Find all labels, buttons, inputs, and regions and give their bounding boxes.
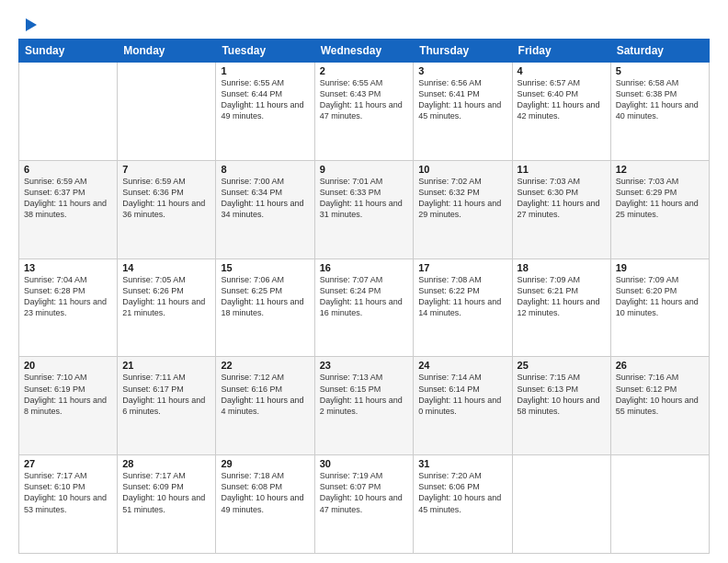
- day-number: 29: [221, 458, 309, 469]
- day-info: Sunrise: 7:09 AMSunset: 6:21 PMDaylight:…: [518, 274, 606, 319]
- day-info: Sunrise: 7:15 AMSunset: 6:13 PMDaylight:…: [518, 372, 606, 417]
- day-of-week-header: Thursday: [414, 40, 512, 63]
- calendar-cell: 15Sunrise: 7:06 AMSunset: 6:25 PMDayligh…: [216, 259, 314, 357]
- day-number: 22: [221, 360, 309, 371]
- day-number: 18: [518, 262, 606, 273]
- day-of-week-header: Tuesday: [216, 40, 314, 63]
- day-number: 24: [418, 360, 506, 371]
- day-of-week-header: Friday: [512, 40, 610, 63]
- day-info: Sunrise: 7:00 AMSunset: 6:34 PMDaylight:…: [221, 176, 309, 221]
- calendar-cell: 1Sunrise: 6:55 AMSunset: 6:44 PMDaylight…: [216, 63, 314, 161]
- day-info: Sunrise: 7:12 AMSunset: 6:16 PMDaylight:…: [221, 372, 309, 417]
- calendar-cell: 18Sunrise: 7:09 AMSunset: 6:21 PMDayligh…: [512, 259, 610, 357]
- calendar-cell: 2Sunrise: 6:55 AMSunset: 6:43 PMDaylight…: [314, 63, 414, 161]
- day-info: Sunrise: 6:57 AMSunset: 6:40 PMDaylight:…: [518, 77, 606, 122]
- svg-marker-0: [26, 18, 37, 31]
- day-number: 12: [616, 164, 704, 175]
- day-number: 7: [122, 164, 210, 175]
- day-number: 25: [518, 360, 606, 371]
- calendar-cell: 29Sunrise: 7:18 AMSunset: 6:08 PMDayligh…: [216, 455, 314, 554]
- day-info: Sunrise: 7:19 AMSunset: 6:07 PMDaylight:…: [320, 470, 409, 515]
- day-info: Sunrise: 7:01 AMSunset: 6:33 PMDaylight:…: [320, 176, 409, 221]
- day-info: Sunrise: 7:16 AMSunset: 6:12 PMDaylight:…: [616, 372, 704, 417]
- calendar-week-row: 6Sunrise: 6:59 AMSunset: 6:37 PMDaylight…: [19, 160, 710, 259]
- day-number: 6: [24, 164, 112, 175]
- calendar-cell: 7Sunrise: 6:59 AMSunset: 6:36 PMDaylight…: [118, 160, 216, 259]
- calendar-week-row: 13Sunrise: 7:04 AMSunset: 6:28 PMDayligh…: [19, 259, 710, 357]
- page-header: [18, 15, 710, 31]
- day-number: 2: [320, 65, 409, 76]
- logo: [18, 15, 40, 31]
- calendar-cell: 30Sunrise: 7:19 AMSunset: 6:07 PMDayligh…: [314, 455, 414, 554]
- day-info: Sunrise: 7:20 AMSunset: 6:06 PMDaylight:…: [418, 470, 506, 515]
- calendar-cell: 16Sunrise: 7:07 AMSunset: 6:24 PMDayligh…: [314, 259, 414, 357]
- day-number: 11: [518, 164, 606, 175]
- calendar-cell: 23Sunrise: 7:13 AMSunset: 6:15 PMDayligh…: [314, 357, 414, 455]
- calendar-week-row: 1Sunrise: 6:55 AMSunset: 6:44 PMDaylight…: [19, 63, 710, 161]
- day-number: 15: [221, 262, 309, 273]
- calendar-table: SundayMondayTuesdayWednesdayThursdayFrid…: [18, 39, 710, 554]
- calendar-cell: 6Sunrise: 6:59 AMSunset: 6:37 PMDaylight…: [19, 160, 118, 259]
- calendar-cell: 25Sunrise: 7:15 AMSunset: 6:13 PMDayligh…: [512, 357, 610, 455]
- calendar-cell: 3Sunrise: 6:56 AMSunset: 6:41 PMDaylight…: [414, 63, 512, 161]
- day-info: Sunrise: 6:55 AMSunset: 6:43 PMDaylight:…: [320, 77, 409, 122]
- day-number: 28: [122, 458, 210, 469]
- calendar-cell: 31Sunrise: 7:20 AMSunset: 6:06 PMDayligh…: [414, 455, 512, 554]
- day-number: 23: [320, 360, 409, 371]
- day-number: 17: [418, 262, 506, 273]
- day-number: 5: [616, 65, 704, 76]
- day-info: Sunrise: 7:03 AMSunset: 6:29 PMDaylight:…: [616, 176, 704, 221]
- calendar-cell: 4Sunrise: 6:57 AMSunset: 6:40 PMDaylight…: [512, 63, 610, 161]
- day-info: Sunrise: 7:17 AMSunset: 6:09 PMDaylight:…: [122, 470, 210, 515]
- day-number: 4: [518, 65, 606, 76]
- calendar-week-row: 20Sunrise: 7:10 AMSunset: 6:19 PMDayligh…: [19, 357, 710, 455]
- logo-icon: [20, 15, 40, 35]
- calendar-cell: 28Sunrise: 7:17 AMSunset: 6:09 PMDayligh…: [118, 455, 216, 554]
- calendar-cell: [610, 455, 709, 554]
- day-number: 31: [418, 458, 506, 469]
- day-of-week-header: Sunday: [19, 40, 118, 63]
- day-number: 8: [221, 164, 309, 175]
- calendar-cell: [19, 63, 118, 161]
- day-info: Sunrise: 6:58 AMSunset: 6:38 PMDaylight:…: [616, 77, 704, 122]
- calendar-cell: 11Sunrise: 7:03 AMSunset: 6:30 PMDayligh…: [512, 160, 610, 259]
- calendar-header-row: SundayMondayTuesdayWednesdayThursdayFrid…: [19, 40, 710, 63]
- day-info: Sunrise: 7:10 AMSunset: 6:19 PMDaylight:…: [24, 372, 112, 417]
- calendar-cell: 8Sunrise: 7:00 AMSunset: 6:34 PMDaylight…: [216, 160, 314, 259]
- day-info: Sunrise: 7:18 AMSunset: 6:08 PMDaylight:…: [221, 470, 309, 515]
- day-number: 30: [320, 458, 409, 469]
- calendar-cell: 17Sunrise: 7:08 AMSunset: 6:22 PMDayligh…: [414, 259, 512, 357]
- day-info: Sunrise: 7:11 AMSunset: 6:17 PMDaylight:…: [122, 372, 210, 417]
- day-number: 16: [320, 262, 409, 273]
- calendar-cell: 21Sunrise: 7:11 AMSunset: 6:17 PMDayligh…: [118, 357, 216, 455]
- day-info: Sunrise: 7:07 AMSunset: 6:24 PMDaylight:…: [320, 274, 409, 319]
- calendar-cell: 26Sunrise: 7:16 AMSunset: 6:12 PMDayligh…: [610, 357, 709, 455]
- day-number: 14: [122, 262, 210, 273]
- day-of-week-header: Saturday: [610, 40, 709, 63]
- day-info: Sunrise: 7:04 AMSunset: 6:28 PMDaylight:…: [24, 274, 112, 319]
- calendar-cell: 19Sunrise: 7:09 AMSunset: 6:20 PMDayligh…: [610, 259, 709, 357]
- day-info: Sunrise: 7:14 AMSunset: 6:14 PMDaylight:…: [418, 372, 506, 417]
- calendar-week-row: 27Sunrise: 7:17 AMSunset: 6:10 PMDayligh…: [19, 455, 710, 554]
- day-number: 13: [24, 262, 112, 273]
- day-number: 19: [616, 262, 704, 273]
- day-info: Sunrise: 7:03 AMSunset: 6:30 PMDaylight:…: [518, 176, 606, 221]
- day-number: 21: [122, 360, 210, 371]
- day-info: Sunrise: 7:02 AMSunset: 6:32 PMDaylight:…: [418, 176, 506, 221]
- calendar-cell: 13Sunrise: 7:04 AMSunset: 6:28 PMDayligh…: [19, 259, 118, 357]
- day-info: Sunrise: 6:59 AMSunset: 6:37 PMDaylight:…: [24, 176, 112, 221]
- day-of-week-header: Monday: [118, 40, 216, 63]
- day-number: 10: [418, 164, 506, 175]
- day-info: Sunrise: 6:59 AMSunset: 6:36 PMDaylight:…: [122, 176, 210, 221]
- day-number: 3: [418, 65, 506, 76]
- day-of-week-header: Wednesday: [314, 40, 414, 63]
- calendar-cell: 14Sunrise: 7:05 AMSunset: 6:26 PMDayligh…: [118, 259, 216, 357]
- day-info: Sunrise: 6:56 AMSunset: 6:41 PMDaylight:…: [418, 77, 506, 122]
- day-number: 20: [24, 360, 112, 371]
- calendar-cell: 24Sunrise: 7:14 AMSunset: 6:14 PMDayligh…: [414, 357, 512, 455]
- day-info: Sunrise: 7:13 AMSunset: 6:15 PMDaylight:…: [320, 372, 409, 417]
- calendar-cell: 10Sunrise: 7:02 AMSunset: 6:32 PMDayligh…: [414, 160, 512, 259]
- day-info: Sunrise: 7:06 AMSunset: 6:25 PMDaylight:…: [221, 274, 309, 319]
- day-info: Sunrise: 7:05 AMSunset: 6:26 PMDaylight:…: [122, 274, 210, 319]
- calendar-cell: [512, 455, 610, 554]
